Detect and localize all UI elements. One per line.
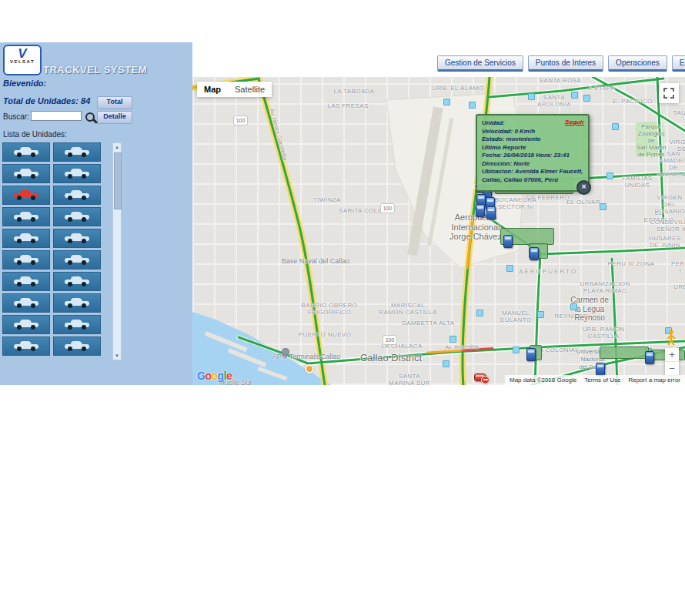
transit-station-icon (600, 203, 606, 210)
unit-tile[interactable] (53, 315, 101, 334)
unit-tile[interactable] (53, 229, 101, 248)
header-nav: Gestion de Servicios Puntos de Interes O… (437, 55, 685, 72)
car-icon (65, 233, 89, 243)
search-label: Buscar: (3, 112, 29, 121)
unit-tile[interactable] (53, 186, 101, 205)
route-shield: 100 (233, 116, 248, 126)
nav-puntos-de-interes[interactable]: Puntos de Interes (528, 55, 603, 72)
transit-station-icon (571, 92, 578, 99)
unit-tile[interactable] (2, 186, 50, 205)
unit-tile[interactable] (2, 315, 50, 334)
search-input[interactable] (31, 111, 82, 121)
route-shield: 100 (383, 335, 397, 345)
terms-link[interactable]: Terms of Use (584, 377, 620, 383)
logo-e: e (226, 370, 232, 382)
velsat-logo: V VELSAT (3, 45, 42, 75)
unit-tile[interactable] (53, 164, 101, 183)
unit-tile[interactable] (2, 250, 50, 270)
logo-caption: VELSAT (5, 59, 40, 64)
unit-label-box[interactable] (600, 346, 649, 359)
unit-tile[interactable] (53, 336, 101, 356)
map-type-map-button[interactable]: Map (197, 82, 228, 97)
car-icon (14, 147, 38, 157)
road-closure-icon (481, 376, 490, 384)
transit-station-icon (443, 360, 449, 367)
info-line: Velocidad: 0 Km/h (482, 128, 583, 136)
unit-tile[interactable] (2, 164, 50, 183)
car-icon (65, 169, 89, 179)
transit-station-icon (513, 346, 520, 353)
map-canvas[interactable]: LA TABOADAURB. EL ÁLAMOSANTA ROSA2 ETAPA… (192, 77, 685, 385)
car-icon (14, 212, 38, 222)
unit-tile[interactable] (2, 293, 50, 313)
unit-tile[interactable] (53, 250, 101, 270)
unit-tile[interactable] (2, 142, 50, 162)
unit-tile[interactable] (2, 336, 50, 356)
car-icon (14, 255, 38, 265)
unit-tile[interactable] (2, 207, 50, 226)
system-title: TRACKVEL SYSTEM (43, 64, 147, 75)
logo-o2: o (211, 370, 217, 382)
street-view-pegman-icon[interactable] (665, 330, 677, 345)
nav-operaciones[interactable]: Operaciones (608, 55, 667, 72)
car-icon (14, 298, 38, 308)
car-icon (65, 298, 89, 308)
info-lines: Unidad:Velocidad: 0 Km/hEstado: movimien… (482, 119, 583, 184)
vehicle-marker[interactable] (526, 348, 536, 361)
transit-station-icon (612, 123, 619, 130)
vehicle-info-window: Unidad:Velocidad: 0 Km/hEstado: movimien… (476, 114, 590, 192)
unit-tile[interactable] (53, 142, 101, 162)
car-icon (14, 320, 38, 330)
vehicle-marker[interactable] (596, 363, 605, 376)
search-icon[interactable] (85, 112, 97, 124)
unit-tile[interactable] (53, 207, 101, 226)
unit-tile[interactable] (2, 229, 50, 248)
unit-tile[interactable] (53, 293, 101, 313)
transit-station-icon (528, 93, 535, 100)
info-line: Estado: movimiento (482, 136, 583, 144)
car-icon (14, 233, 38, 243)
scroll-up-icon[interactable]: ▲ (113, 145, 121, 149)
fullscreen-button[interactable] (659, 83, 679, 103)
follow-link[interactable]: Seguir (565, 119, 584, 127)
scroll-thumb[interactable] (114, 152, 122, 209)
scroll-down-icon[interactable]: ▼ (113, 353, 121, 358)
zoom-out-button[interactable]: − (665, 361, 679, 375)
transit-station-icon (570, 303, 577, 310)
close-icon[interactable]: ✕ (576, 180, 591, 195)
detail-button[interactable]: Detalle (97, 111, 132, 124)
car-icon (65, 190, 89, 200)
transit-station-icon (506, 265, 513, 272)
car-icon (65, 147, 89, 157)
report-error-link[interactable]: Report a map error (628, 377, 680, 383)
unit-tile[interactable] (2, 272, 50, 291)
info-line: Ubicacion: Avenida Elmer Faucett, Callao… (482, 168, 583, 184)
transit-station-icon (449, 336, 456, 343)
map-type-satellite-button[interactable]: Satellite (228, 82, 272, 97)
nav-gestion-de-servicios[interactable]: Gestion de Servicios (437, 55, 523, 72)
info-line: Ultimo Reporte (482, 144, 583, 152)
vehicle-marker[interactable] (645, 351, 654, 364)
poi-dot-icon (305, 364, 314, 373)
transit-station-icon (583, 95, 590, 102)
route-shield: 100 (380, 203, 395, 213)
vehicle-marker[interactable] (503, 235, 513, 248)
unit-list-scrollbar[interactable]: ▲ ▼ (112, 142, 122, 360)
total-units-label: Total de Unidades: 84 (3, 96, 90, 105)
zoom-in-button[interactable]: + (665, 348, 679, 361)
unit-grid (2, 142, 102, 360)
car-icon (14, 276, 38, 286)
info-line: Direccion: Norte (482, 160, 583, 169)
car-icon (65, 276, 89, 286)
car-icon (65, 341, 89, 351)
nav-estadisticas[interactable]: Estadisticas (672, 55, 685, 72)
vehicle-marker[interactable] (530, 247, 539, 260)
fullscreen-icon (663, 88, 674, 99)
total-button[interactable]: Total (97, 96, 132, 109)
car-icon (65, 212, 89, 222)
google-logo[interactable]: Google (197, 370, 232, 382)
vehicle-marker[interactable] (476, 204, 485, 217)
vehicle-marker[interactable] (486, 206, 496, 219)
unit-tile[interactable] (53, 272, 101, 291)
map-roads-layer (192, 77, 685, 385)
